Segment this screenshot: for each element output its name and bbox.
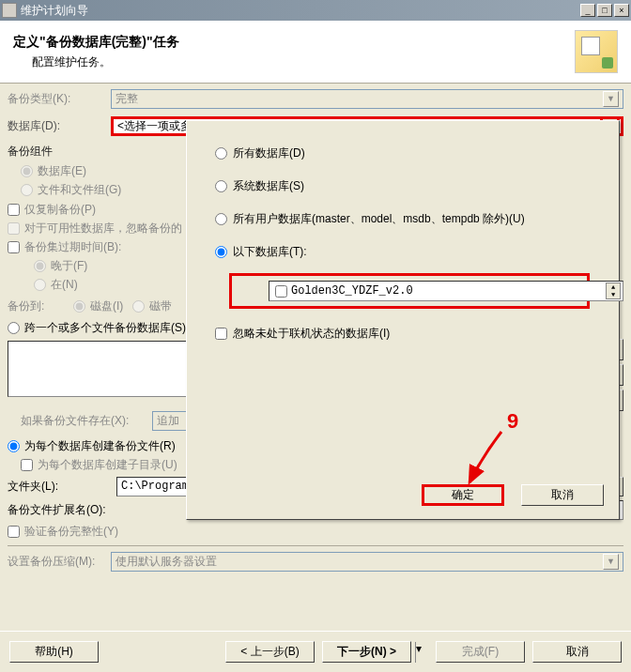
compression-label: 设置备份压缩(M): xyxy=(8,554,111,570)
ignore-offline-checkbox[interactable]: 忽略未处于联机状态的数据库(I) xyxy=(215,326,609,342)
header-icon xyxy=(575,30,618,73)
folder-label: 文件夹(L): xyxy=(8,479,111,495)
database-item-checkbox[interactable] xyxy=(275,285,287,298)
app-icon xyxy=(2,3,17,18)
finish-button: 完成(F) xyxy=(436,641,525,663)
button-split-icon[interactable]: ▾ xyxy=(415,642,428,663)
backup-type-select: 完整 ▼ xyxy=(111,89,623,109)
if-exists-label: 如果备份文件存在(X): xyxy=(21,413,152,429)
system-databases-radio[interactable]: 系统数据库(S) xyxy=(215,178,609,194)
maximize-button[interactable]: □ xyxy=(597,4,612,17)
popup-ok-button[interactable]: 确定 xyxy=(422,484,504,506)
compression-select: 使用默认服务器设置 ▼ xyxy=(111,552,623,572)
window-title: 维护计划向导 xyxy=(21,3,580,19)
chevron-down-icon: ▼ xyxy=(603,91,619,107)
next-button[interactable]: 下一步(N) > xyxy=(322,641,411,663)
all-databases-radio[interactable]: 所有数据库(D) xyxy=(215,145,609,161)
backup-to-label: 备份到: xyxy=(8,298,64,314)
database-list[interactable]: Golden3C_YDZF_v2.0 ▲▼ xyxy=(269,281,623,301)
databases-label: 数据库(D): xyxy=(8,118,111,134)
backup-to-tape-radio: 磁带 xyxy=(132,298,172,314)
extension-label: 备份文件扩展名(O): xyxy=(8,502,111,518)
wizard-header: 定义"备份数据库(完整)"任务 配置维护任务。 xyxy=(0,21,631,84)
wizard-footer: 帮助(H) < 上一步(B) 下一步(N) > ▾ 完成(F) 取消 xyxy=(0,631,631,672)
verify-integrity-checkbox[interactable]: 验证备份完整性(Y) xyxy=(8,524,623,540)
header-subtitle: 配置维护任务。 xyxy=(32,54,575,70)
minimize-button[interactable]: _ xyxy=(580,4,595,17)
cancel-button[interactable]: 取消 xyxy=(532,641,622,663)
backup-type-label: 备份类型(K): xyxy=(8,91,111,107)
close-button[interactable]: × xyxy=(614,4,629,17)
these-databases-radio[interactable]: 以下数据库(T): xyxy=(215,244,609,260)
popup-cancel-button[interactable]: 取消 xyxy=(521,484,604,506)
backup-to-disk-radio: 磁盘(I) xyxy=(73,298,123,314)
chevron-down-icon: ▼ xyxy=(603,554,619,570)
list-spinner[interactable]: ▲▼ xyxy=(606,283,621,299)
databases-dropdown-panel: 所有数据库(D) 系统数据库(S) 所有用户数据库(master、model、m… xyxy=(186,120,620,520)
titlebar: 维护计划向导 _ □ × xyxy=(0,0,631,21)
back-button[interactable]: < 上一步(B) xyxy=(225,641,315,663)
user-databases-radio[interactable]: 所有用户数据库(master、model、msdb、tempdb 除外)(U) xyxy=(215,211,609,227)
help-button[interactable]: 帮助(H) xyxy=(9,641,99,663)
database-item-name: Golden3C_YDZF_v2.0 xyxy=(291,284,413,298)
header-title: 定义"备份数据库(完整)"任务 xyxy=(13,34,575,51)
